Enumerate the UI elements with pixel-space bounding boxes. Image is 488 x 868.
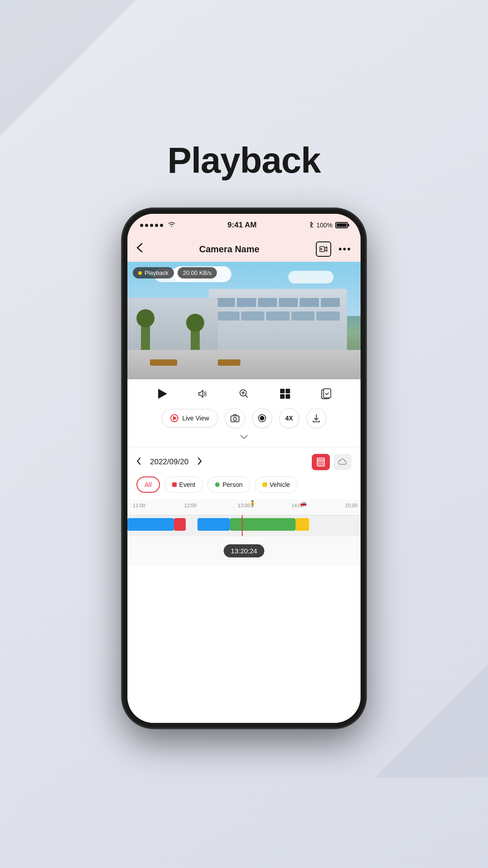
playhead-arrow [239, 515, 245, 516]
filter-event-button[interactable]: Event [164, 476, 203, 493]
controls-section: Live View 4X [127, 379, 361, 447]
filter-all-button[interactable]: All [136, 476, 160, 493]
grid-icon [280, 389, 290, 399]
timeline-label-15: 15:00 [345, 503, 358, 508]
current-time-bubble: 13:20:24 [224, 544, 264, 557]
nav-bar: Camera Name ••• [127, 236, 361, 262]
playback-badge: Playback [133, 267, 174, 278]
nav-actions: ••• [316, 241, 352, 257]
status-bar: 9:41 AM 100% [127, 214, 361, 236]
timeline-segment-blue-1 [127, 518, 174, 531]
play-icon [158, 389, 167, 399]
timeline-segment-green [230, 518, 295, 531]
status-indicator [138, 271, 142, 275]
svg-rect-3 [324, 389, 331, 398]
speed-badge: 20.00 KB/s [178, 267, 217, 278]
svg-point-7 [260, 416, 264, 420]
prev-date-button[interactable] [136, 457, 141, 467]
video-area: Playback 20.00 KB/s [127, 262, 361, 379]
bluetooth-icon [308, 221, 314, 230]
current-date: 2022/09/20 [150, 458, 188, 467]
date-nav-center: 2022/09/20 [136, 457, 202, 467]
nav-title: Camera Name [199, 244, 259, 255]
svg-point-5 [233, 418, 236, 421]
phone-frame: 9:41 AM 100% Camera Name [122, 208, 366, 728]
back-button[interactable] [136, 243, 143, 255]
filter-person-button[interactable]: Person [207, 476, 250, 493]
vehicle-event-icon: 🚗 [300, 500, 307, 506]
timeline-section: 2022/09/20 [127, 448, 361, 723]
person-event-icon: 🧍 [249, 500, 256, 507]
timeline-ruler[interactable]: 11:00 12:00 13:00 14:00 15:00 [127, 499, 361, 515]
battery-icon [335, 222, 348, 228]
filter-vehicle-button[interactable]: Vehicle [255, 476, 298, 493]
camera-button[interactable] [225, 408, 245, 428]
signal-dot-3 [150, 224, 153, 227]
signal-dot-1 [140, 224, 143, 227]
zoom-button[interactable] [236, 386, 252, 402]
timeline-segment-red [174, 518, 186, 531]
signal-dot-4 [155, 224, 158, 227]
volume-icon [197, 389, 208, 398]
time-bubble-row: 13:20:24 [127, 536, 361, 566]
video-overlay-badges: Playback 20.00 KB/s [133, 267, 217, 278]
action-buttons-row: Live View 4X [127, 408, 361, 433]
playhead [242, 515, 243, 536]
filter-row: All Event Person Vehicle [127, 476, 361, 499]
date-navigation: 2022/09/20 [127, 448, 361, 476]
status-right: 100% [308, 221, 348, 230]
timeline-label-12: 12:00 [184, 503, 197, 508]
more-options-button[interactable]: ••• [338, 243, 352, 255]
speed-button[interactable]: 4X [279, 408, 299, 428]
status-left [140, 221, 176, 229]
download-button[interactable] [306, 408, 326, 428]
signal-dot-2 [145, 224, 148, 227]
person-color-indicator [215, 482, 220, 487]
screenshot-icon [321, 388, 331, 399]
page-title: Playback [168, 140, 321, 181]
timeline-label-11: 11:00 [133, 503, 145, 508]
sd-storage-button[interactable] [312, 454, 330, 470]
timeline-bars[interactable] [127, 515, 361, 536]
phone-screen: 9:41 AM 100% Camera Name [127, 214, 361, 723]
live-view-icon [170, 414, 178, 422]
next-date-button[interactable] [197, 457, 202, 467]
live-view-button[interactable]: Live View [162, 409, 218, 427]
play-button[interactable] [154, 386, 170, 402]
zoom-icon [239, 388, 249, 399]
record-button[interactable] [252, 408, 272, 428]
signal-dot-5 [160, 224, 163, 227]
timeline-segment-yellow [296, 518, 310, 531]
volume-button[interactable] [195, 386, 211, 402]
cloud-storage-button[interactable] [333, 454, 352, 470]
timeline-segment-blue-2 [197, 518, 230, 531]
timeline-container[interactable]: 11:00 12:00 13:00 14:00 15:00 [127, 499, 361, 566]
playback-controls-row [127, 386, 361, 402]
video-background [127, 262, 361, 379]
add-video-button[interactable] [316, 241, 331, 257]
wifi-icon [168, 221, 176, 229]
screenshot-button[interactable] [318, 386, 334, 402]
vehicle-color-indicator [263, 482, 267, 487]
status-time: 9:41 AM [227, 221, 257, 230]
storage-toggle [312, 454, 352, 470]
expand-button[interactable] [127, 433, 361, 443]
battery-percent: 100% [316, 222, 333, 229]
event-color-indicator [172, 482, 177, 487]
grid-button[interactable] [277, 386, 293, 402]
